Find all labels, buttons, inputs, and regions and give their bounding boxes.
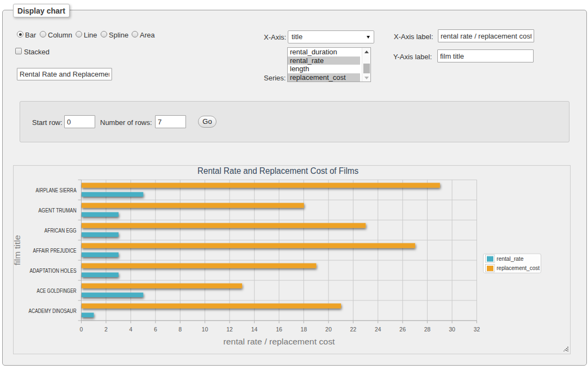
svg-text:AGENT TRUMAN: AGENT TRUMAN [39,208,77,214]
svg-text:20: 20 [325,326,332,333]
svg-text:14: 14 [251,326,258,333]
svg-text:26: 26 [399,326,406,333]
svg-text:10: 10 [202,326,208,333]
svg-text:AFRICAN EGG: AFRICAN EGG [45,228,77,234]
svg-text:0: 0 [80,326,83,333]
svg-text:Rental Rate and Replacement Co: Rental Rate and Replacement Cost of Film… [197,166,358,175]
svg-text:AIRPLANE SIERRA: AIRPLANE SIERRA [36,187,77,193]
svg-text:ACADEMY DINOSAUR: ACADEMY DINOSAUR [29,308,77,314]
svg-text:8: 8 [178,326,182,333]
svg-text:24: 24 [375,326,381,333]
svg-text:18: 18 [301,326,307,333]
svg-text:30: 30 [449,326,455,333]
svg-text:6: 6 [154,326,157,333]
svg-text:12: 12 [226,326,233,333]
svg-text:22: 22 [350,326,356,333]
svg-text:16: 16 [276,326,282,333]
svg-text:32: 32 [474,326,480,333]
svg-text:AFFAIR PREJUDICE: AFFAIR PREJUDICE [33,248,77,254]
svg-text:ACE GOLDFINGER: ACE GOLDFINGER [37,288,77,294]
svg-text:replacement_cost: replacement_cost [497,265,540,271]
svg-text:rental rate / replacement cost: rental rate / replacement cost [224,337,335,346]
svg-text:4: 4 [129,326,132,333]
svg-text:28: 28 [424,326,431,333]
svg-text:rental_rate: rental_rate [497,255,524,262]
svg-text:film title: film title [14,235,22,266]
svg-text:2: 2 [104,326,108,333]
svg-text:ADAPTATION HOLES: ADAPTATION HOLES [30,268,77,274]
